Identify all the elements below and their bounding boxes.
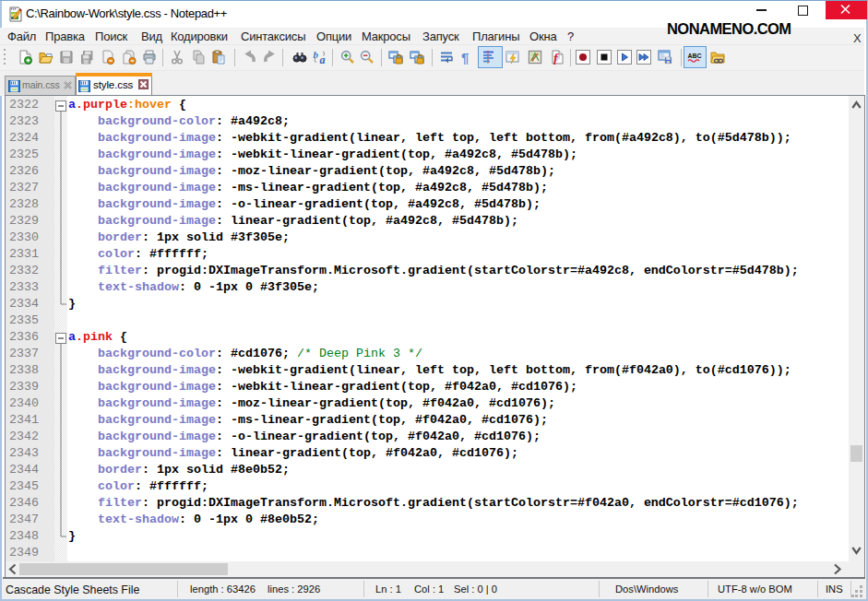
svg-text:b: b [314, 50, 319, 60]
svg-text:ABC: ABC [688, 52, 702, 60]
svg-text:¶: ¶ [461, 50, 469, 65]
